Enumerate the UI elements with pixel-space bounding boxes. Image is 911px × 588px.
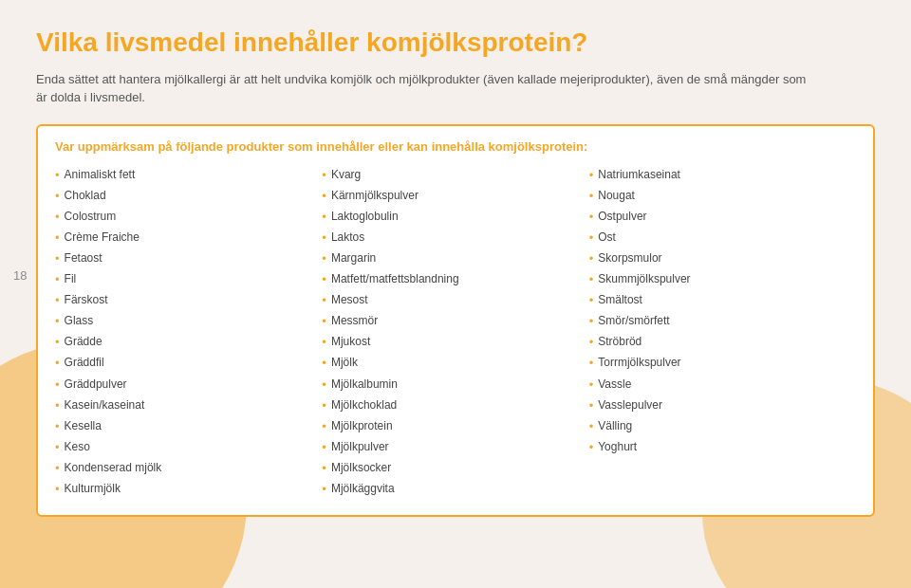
column-1: •Animaliskt fett•Choklad•Colostrum•Crème… xyxy=(55,165,322,501)
list-item-text: Mjölkalbumin xyxy=(331,375,398,394)
bullet-icon: • xyxy=(589,332,594,353)
list-item-text: Torrmjölkspulver xyxy=(598,353,680,372)
list-item: •Mjölksocker xyxy=(322,458,579,479)
list-item-text: Ostpulver xyxy=(598,207,646,226)
bullet-icon: • xyxy=(589,437,594,458)
list-item: •Nougat xyxy=(589,186,846,207)
list-item-text: Skorpsmulor xyxy=(598,248,661,267)
list-item: •Kondenserad mjölk xyxy=(55,458,312,479)
list-item-text: Mjölkpulver xyxy=(331,437,389,456)
list-item-text: Skummjölkspulver xyxy=(598,269,690,288)
bullet-icon: • xyxy=(322,458,326,479)
list-item: •Matfett/matfettsblandning xyxy=(322,269,579,290)
list-item-text: Fetaost xyxy=(65,248,102,267)
list-item-text: Animaliskt fett xyxy=(65,165,136,184)
list-item: •Grädde xyxy=(55,332,312,353)
list-item-text: Nougat xyxy=(598,186,635,205)
bullet-icon: • xyxy=(589,269,594,290)
list-item: •Kvarg xyxy=(322,165,579,186)
bullet-icon: • xyxy=(589,165,594,186)
list-item-text: Färskost xyxy=(65,290,108,309)
list-item: •Choklad xyxy=(55,186,312,207)
bullet-icon: • xyxy=(322,311,326,332)
list-item: •Kasein/kaseinat xyxy=(55,395,312,416)
list-item-text: Kvarg xyxy=(331,165,361,184)
bullet-icon: • xyxy=(589,416,594,437)
list-item: •Natriumkaseinat xyxy=(589,165,846,186)
list-item: •Gräddpulver xyxy=(55,375,312,395)
list-item-text: Mjölkprotein xyxy=(331,416,393,435)
list-item-text: Välling xyxy=(598,416,632,435)
list-item-text: Mjölk xyxy=(331,353,358,372)
list-item: •Mjölkchoklad xyxy=(322,395,579,416)
list-item: •Kärnmjölkspulver xyxy=(322,186,579,207)
list-item-text: Mjölkäggvita xyxy=(331,479,395,498)
bullet-icon: • xyxy=(322,290,326,311)
list-item-text: Messmör xyxy=(331,311,378,330)
bullet-icon: • xyxy=(322,479,326,500)
list-item-text: Kesella xyxy=(65,416,102,435)
list-item: •Margarin xyxy=(322,248,579,269)
bullet-icon: • xyxy=(322,269,326,290)
list-item-text: Colostrum xyxy=(65,207,117,226)
list-item-text: Mjukost xyxy=(331,332,370,351)
list-item: •Kulturmjölk xyxy=(55,479,312,500)
list-item: •Mjölkpulver xyxy=(322,437,579,458)
list-item-text: Glass xyxy=(65,311,94,330)
list-item-text: Laktoglobulin xyxy=(331,207,399,226)
list-item-text: Mjölksocker xyxy=(331,458,391,477)
bullet-icon: • xyxy=(322,207,326,228)
list-item: •Glass xyxy=(55,311,312,332)
bullet-icon: • xyxy=(322,228,326,248)
list-item-text: Kärnmjölkspulver xyxy=(331,186,418,205)
page-title: Vilka livsmedel innehåller komjölksprote… xyxy=(36,27,875,59)
list-item: •Keso xyxy=(55,437,312,458)
bullet-icon: • xyxy=(55,248,60,269)
bullet-icon: • xyxy=(55,353,60,374)
list-item-text: Kulturmjölk xyxy=(65,479,121,498)
list-item: •Laktos xyxy=(322,228,579,248)
bullet-icon: • xyxy=(322,395,326,416)
bullet-icon: • xyxy=(55,479,60,500)
list-item: •Gräddfil xyxy=(55,353,312,374)
list-item-text: Choklad xyxy=(65,186,106,205)
list-item-text: Margarin xyxy=(331,248,376,267)
list-item: •Messmör xyxy=(322,311,579,332)
list-item: •Färskost xyxy=(55,290,312,311)
list-item: •Ost xyxy=(589,228,846,248)
list-item-text: Ost xyxy=(598,228,616,247)
bullet-icon: • xyxy=(322,165,326,186)
list-item: •Ströbröd xyxy=(589,332,846,353)
list-item: •Animaliskt fett xyxy=(55,165,312,186)
bullet-icon: • xyxy=(55,228,60,248)
list-item: •Colostrum xyxy=(55,207,312,228)
list-item: •Skorpsmulor xyxy=(589,248,846,269)
list-item: •Vasslepulver xyxy=(589,395,846,416)
bullet-icon: • xyxy=(322,437,326,458)
list-item: •Mjölk xyxy=(322,353,579,374)
list-item-text: Kondenserad mjölk xyxy=(65,458,162,477)
list-item: •Mjölkalbumin xyxy=(322,375,579,395)
bullet-icon: • xyxy=(589,311,594,332)
bullet-icon: • xyxy=(589,290,594,311)
info-box: Var uppmärksam på följande produkter som… xyxy=(36,124,875,518)
list-item: •Smältost xyxy=(589,290,846,311)
list-item: •Yoghurt xyxy=(589,437,846,458)
info-box-header: Var uppmärksam på följande produkter som… xyxy=(55,139,856,154)
bullet-icon: • xyxy=(322,416,326,437)
bullet-icon: • xyxy=(55,207,60,228)
list-item-text: Gräddfil xyxy=(65,353,104,372)
columns-wrapper: •Animaliskt fett•Choklad•Colostrum•Crème… xyxy=(55,165,856,501)
list-item: •Crème Fraiche xyxy=(55,228,312,248)
bullet-icon: • xyxy=(55,437,60,458)
column-3: •Natriumkaseinat•Nougat•Ostpulver•Ost•Sk… xyxy=(589,165,856,501)
bullet-icon: • xyxy=(55,458,60,479)
bullet-icon: • xyxy=(322,375,326,395)
list-item: •Mjukost xyxy=(322,332,579,353)
list-item-text: Smör/smörfett xyxy=(598,311,669,330)
bullet-icon: • xyxy=(55,186,60,207)
list-item-text: Grädde xyxy=(65,332,102,351)
list-item: •Smör/smörfett xyxy=(589,311,846,332)
list-item-text: Mjölkchoklad xyxy=(331,395,397,414)
column-2: •Kvarg•Kärnmjölkspulver•Laktoglobulin•La… xyxy=(322,165,588,501)
